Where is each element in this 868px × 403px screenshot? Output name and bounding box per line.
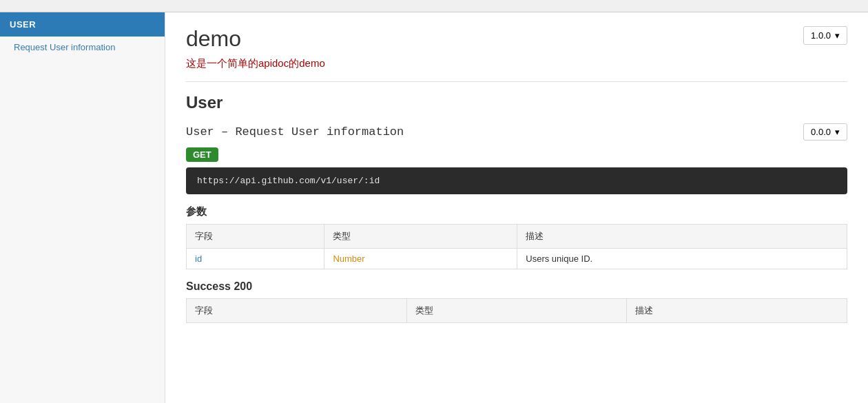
success-label: Success 200 [186,280,847,293]
param-field-id: id [187,249,324,269]
section-title: User [186,93,847,112]
method-badge: GET [186,147,218,162]
version-label: 1.0.0 [811,30,831,41]
param-desc-id: Users unique ID. [517,249,847,269]
api-version-dropdown-button[interactable]: 0.0.0 ▾ [803,123,847,141]
version-dropdown-button[interactable]: 1.0.0 ▾ [803,26,847,45]
col-desc: 描述 [517,225,847,249]
sidebar: USER Request User information [0,12,165,403]
sidebar-item-request-user-info[interactable]: Request User information [0,37,165,58]
success-col-type: 类型 [406,299,627,323]
col-type: 类型 [324,225,517,249]
success-header-row: 字段 类型 描述 [187,299,847,323]
success-col-desc: 描述 [627,299,847,323]
api-header-row: User – Request User information 0.0.0 ▾ [186,123,847,141]
params-header-row: 字段 类型 描述 [187,225,847,249]
app-title: demo [186,26,241,52]
divider [186,81,847,82]
sidebar-section-user[interactable]: USER [0,12,165,37]
success-section: Success 200 字段 类型 描述 [186,280,847,323]
top-bar [0,0,868,12]
endpoint-url: https://api.github.com/v1/user/:id [186,167,847,194]
params-label: 参数 [186,205,847,218]
success-table: 字段 类型 描述 [186,298,847,323]
param-type-id: Number [324,249,517,269]
api-version-label: 0.0.0 [811,127,831,137]
api-title: User – Request User information [186,125,404,138]
params-table: 字段 类型 描述 id Number Users unique ID. [186,224,847,269]
col-field: 字段 [187,225,324,249]
app-subtitle: 这是一个简单的apidoc的demo [186,57,847,70]
success-col-field: 字段 [187,299,407,323]
params-section: 参数 字段 类型 描述 id Number Users unique ID. [186,205,847,269]
app-header: demo 1.0.0 ▾ [186,26,847,52]
chevron-down-icon: ▾ [835,30,840,41]
main-container: USER Request User information demo 1.0.0… [0,12,868,403]
api-chevron-down-icon: ▾ [835,127,840,137]
table-row: id Number Users unique ID. [187,249,847,269]
main-content: demo 1.0.0 ▾ 这是一个简单的apidoc的demo User Use… [165,12,868,403]
